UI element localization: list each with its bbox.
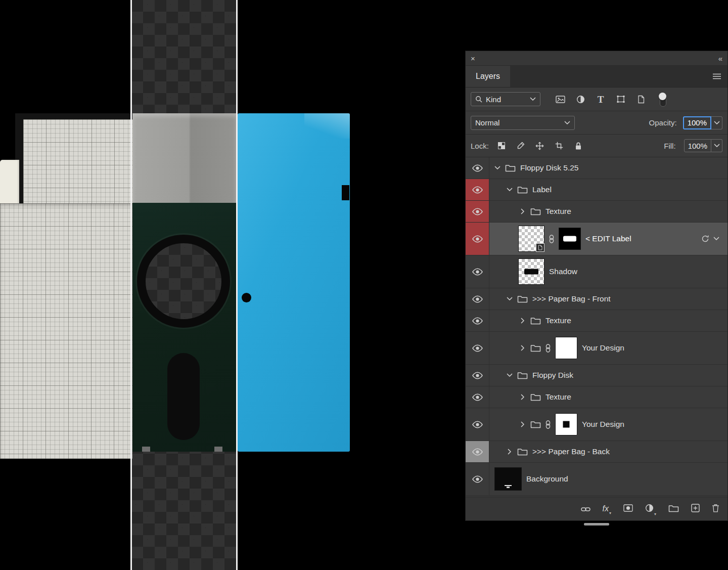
adjustment-layer-button[interactable]: ▾ bbox=[645, 504, 656, 514]
layer-name[interactable]: Floppy Disk 5.25 bbox=[520, 163, 578, 172]
visibility-toggle[interactable] bbox=[466, 310, 489, 331]
visibility-toggle[interactable] bbox=[466, 365, 489, 386]
chevron-down-icon[interactable] bbox=[507, 373, 513, 377]
lock-pixels-button[interactable] bbox=[514, 142, 527, 150]
layer-name[interactable]: Background bbox=[526, 474, 568, 484]
layer-row-your-design-floppy[interactable]: Your Design bbox=[466, 408, 727, 441]
layer-row-paper-bag-front[interactable]: >>> Paper Bag - Front bbox=[466, 288, 727, 310]
chevron-down-icon[interactable] bbox=[507, 188, 513, 192]
layer-row-floppy-disk-525[interactable]: Floppy Disk 5.25 bbox=[466, 157, 727, 179]
layer-row-texture-floppy[interactable]: Texture bbox=[466, 386, 727, 408]
chevron-right-icon[interactable] bbox=[521, 208, 525, 214]
mask-link-icon[interactable] bbox=[545, 344, 551, 353]
new-layer-button[interactable] bbox=[691, 504, 700, 514]
lock-all-button[interactable] bbox=[572, 142, 585, 150]
layer-name[interactable]: >>> Paper Bag - Front bbox=[532, 294, 611, 303]
layer-name[interactable]: Your Design bbox=[582, 343, 624, 353]
chevron-down-icon[interactable] bbox=[713, 237, 719, 241]
panel-resize-handle[interactable] bbox=[584, 523, 609, 525]
layer-row-label[interactable]: Label bbox=[466, 179, 727, 201]
layer-row-shadow[interactable]: Shadow bbox=[466, 255, 727, 288]
opacity-slider-button[interactable] bbox=[711, 116, 722, 129]
visibility-toggle[interactable] bbox=[466, 332, 489, 364]
lock-artboard-button[interactable] bbox=[553, 142, 566, 150]
layer-thumbnail[interactable] bbox=[518, 258, 544, 285]
visibility-toggle[interactable] bbox=[466, 441, 489, 462]
chevron-right-icon[interactable] bbox=[521, 394, 525, 400]
filter-type-layers-button[interactable]: T bbox=[594, 95, 607, 104]
filter-row: Kind T bbox=[466, 87, 727, 111]
layer-row-paper-bag-back[interactable]: >>> Paper Bag - Back bbox=[466, 441, 727, 463]
visibility-toggle[interactable] bbox=[466, 386, 489, 408]
chevron-right-icon[interactable] bbox=[521, 421, 525, 427]
eye-icon bbox=[472, 208, 483, 215]
opacity-input[interactable]: 100% bbox=[683, 116, 711, 129]
chevron-down-icon[interactable] bbox=[494, 166, 500, 170]
blend-mode-dropdown[interactable]: Normal bbox=[471, 116, 575, 130]
filter-pixel-layers-button[interactable] bbox=[554, 96, 567, 103]
grid-paper-texture bbox=[23, 119, 133, 207]
layer-name[interactable]: Texture bbox=[545, 316, 571, 325]
smart-object-icon bbox=[638, 95, 645, 104]
visibility-toggle[interactable] bbox=[466, 463, 489, 495]
layer-row-floppy-disk[interactable]: Floppy Disk bbox=[466, 365, 727, 386]
kind-filter-dropdown[interactable]: Kind bbox=[471, 92, 540, 106]
panel-footer: fx▾ ▾ bbox=[466, 497, 727, 520]
fill-slider-button[interactable] bbox=[711, 139, 722, 152]
type-icon: T bbox=[598, 95, 604, 104]
layer-name[interactable]: Shadow bbox=[549, 267, 577, 276]
layer-name[interactable]: < EDIT Label bbox=[585, 234, 631, 243]
mask-thumbnail[interactable] bbox=[555, 413, 577, 435]
layer-filter-toggle[interactable] bbox=[659, 93, 666, 106]
layer-name[interactable]: Texture bbox=[545, 392, 571, 402]
chevron-right-icon[interactable] bbox=[521, 318, 525, 324]
chevron-down-icon[interactable] bbox=[507, 297, 513, 301]
eye-icon bbox=[472, 393, 483, 401]
lock-position-button[interactable] bbox=[533, 142, 547, 150]
tab-layers[interactable]: Layers bbox=[466, 66, 510, 87]
layer-row-edit-label[interactable]: < EDIT Label bbox=[466, 223, 727, 255]
layer-name[interactable]: Your Design bbox=[582, 420, 624, 429]
floppy-hub-ring bbox=[137, 235, 230, 328]
paper-bag-front bbox=[0, 203, 132, 459]
fill-input[interactable]: 100% bbox=[684, 139, 711, 152]
filter-smart-object-button[interactable] bbox=[634, 95, 648, 104]
layer-style-button[interactable]: fx▾ bbox=[603, 504, 611, 513]
lock-transparency-button[interactable] bbox=[495, 142, 508, 150]
layer-name[interactable]: >>> Paper Bag - Back bbox=[532, 447, 610, 456]
chevron-right-icon[interactable] bbox=[521, 345, 525, 351]
layer-name[interactable]: Floppy Disk bbox=[532, 371, 573, 380]
mask-link-icon[interactable] bbox=[549, 235, 554, 243]
new-group-button[interactable] bbox=[668, 504, 679, 514]
add-layer-mask-button[interactable] bbox=[623, 504, 633, 513]
visibility-toggle[interactable] bbox=[466, 408, 489, 441]
filter-adjustment-layers-button[interactable] bbox=[574, 95, 587, 104]
filter-shape-layers-button[interactable] bbox=[614, 95, 627, 103]
visibility-toggle[interactable] bbox=[466, 255, 489, 288]
panel-menu-icon[interactable] bbox=[706, 66, 727, 87]
layer-row-background[interactable]: Background bbox=[466, 463, 727, 496]
smart-object-refresh-icon[interactable] bbox=[701, 235, 709, 243]
layer-name[interactable]: Texture bbox=[545, 207, 571, 216]
layer-row-texture-label[interactable]: Texture bbox=[466, 201, 727, 223]
chevron-right-icon[interactable] bbox=[508, 449, 512, 455]
visibility-toggle[interactable] bbox=[466, 223, 489, 255]
layer-thumbnail[interactable] bbox=[494, 467, 522, 491]
delete-layer-button[interactable] bbox=[712, 504, 719, 514]
layer-row-your-design-bag[interactable]: Your Design bbox=[466, 332, 727, 365]
panel-tabbar: Layers bbox=[466, 66, 727, 87]
visibility-toggle[interactable] bbox=[466, 288, 489, 310]
close-icon[interactable]: × bbox=[471, 55, 475, 62]
mask-thumbnail[interactable] bbox=[559, 228, 581, 250]
trash-icon bbox=[712, 504, 719, 512]
link-layers-button[interactable] bbox=[581, 505, 590, 513]
visibility-toggle[interactable] bbox=[466, 157, 489, 179]
mask-link-icon[interactable] bbox=[545, 420, 551, 429]
layer-row-texture-bag-front[interactable]: Texture bbox=[466, 310, 727, 332]
mask-thumbnail[interactable] bbox=[555, 337, 577, 359]
layer-thumbnail[interactable] bbox=[518, 226, 544, 252]
visibility-toggle[interactable] bbox=[466, 179, 489, 200]
layer-name[interactable]: Label bbox=[532, 185, 552, 194]
visibility-toggle[interactable] bbox=[466, 201, 489, 222]
collapse-panel-icon[interactable]: « bbox=[718, 55, 722, 62]
